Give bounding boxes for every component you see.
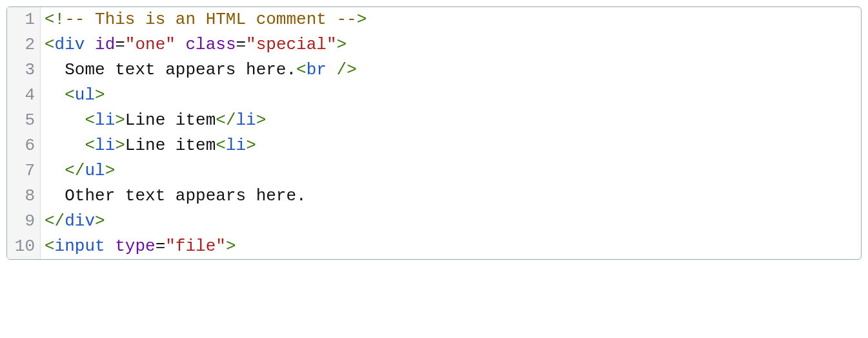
tag-name: ul [85,161,105,180]
attr-value: "special" [246,35,336,54]
attr-value: "file" [165,237,226,256]
indent [45,186,65,206]
angle-open: < [85,136,95,155]
attr-name: type [115,237,155,256]
equals: = [156,237,166,256]
tag-name: li [236,111,256,130]
tag-name: li [226,136,246,155]
line-number: 5 [7,108,41,133]
line-number: 3 [7,58,41,83]
angle-open: < [45,237,55,256]
tag-name: ul [75,85,95,105]
line-number: 4 [7,83,41,108]
indent [45,111,85,130]
angle-open: < [216,111,226,130]
tag-name: input [55,237,105,256]
angle-open: < [65,161,75,180]
angle-close: > [95,85,105,105]
code-content: Some text appears here.<br /> [41,58,357,83]
angle-close: > [115,111,125,130]
indent [45,60,65,79]
code-content: </ul> [41,158,115,184]
line-number: 1 [7,7,41,32]
line-number: 7 [7,158,41,184]
comment-close: > [357,10,367,29]
angle-open: < [45,211,55,231]
line-number: 6 [7,133,41,158]
angle-close: > [95,211,105,231]
angle-close: > [105,161,116,180]
code-line: 10 <input type="file"> [7,234,861,259]
text-node: Line item [125,111,216,130]
tag-name: li [95,136,115,155]
line-number: 8 [7,184,41,209]
tag-name: li [95,111,115,130]
indent [45,85,65,105]
attr-name: class [185,35,236,54]
angle-close: > [347,60,357,79]
line-number: 10 [7,234,41,259]
line-number: 2 [7,32,41,58]
equals: = [115,35,125,54]
code-content: </div> [41,209,105,234]
code-line: 7 </ul> [7,158,861,184]
code-line: 3 Some text appears here.<br /> [7,58,861,83]
text-node: Other text appears here. [65,186,306,206]
code-line: 6 <li>Line item<li> [7,133,861,158]
angle-open: < [216,136,226,155]
comment-open: <! [45,10,65,29]
space [105,237,116,256]
angle-close: > [226,237,236,256]
code-content: <li>Line item<li> [41,133,256,158]
angle-close: > [115,136,125,155]
space [327,60,337,79]
code-content: <li>Line item</li> [41,108,266,133]
equals: = [236,35,247,54]
angle-open: < [296,60,307,79]
code-line: 8 Other text appears here. [7,184,861,209]
close-slash: / [75,161,85,180]
text-node: Line item [125,136,216,155]
code-content: <ul> [41,83,105,108]
space [176,35,186,54]
code-line: 9 </div> [7,209,861,234]
angle-close: > [256,111,267,130]
attr-value: "one" [125,35,176,54]
indent [45,161,65,180]
angle-close: > [246,136,256,155]
tag-name: br [307,60,327,79]
space [85,35,95,54]
code-content: <!-- This is an HTML comment --> [41,7,367,32]
close-slash: / [55,211,65,231]
code-line: 4 <ul> [7,83,861,108]
self-close-slash: / [337,60,347,79]
code-line: 5 <li>Line item</li> [7,108,861,133]
close-slash: / [226,111,236,130]
text-node: Some text appears here. [65,60,296,79]
attr-name: id [95,35,115,54]
code-content: <div id="one" class="special"> [41,32,347,58]
comment-body: -- This is an HTML comment -- [65,10,356,29]
code-content: <input type="file"> [41,234,236,259]
angle-close: > [337,35,347,54]
tag-name: div [65,211,95,231]
code-line: 1 <!-- This is an HTML comment --> [7,7,861,32]
line-number: 9 [7,209,41,234]
code-line: 2 <div id="one" class="special"> [7,32,861,58]
angle-open: < [45,35,55,54]
angle-open: < [65,85,75,105]
tag-name: div [55,35,85,54]
code-block: 1 <!-- This is an HTML comment --> 2 <di… [6,6,862,260]
indent [45,136,85,155]
code-content: Other text appears here. [41,184,307,209]
angle-open: < [85,111,95,130]
